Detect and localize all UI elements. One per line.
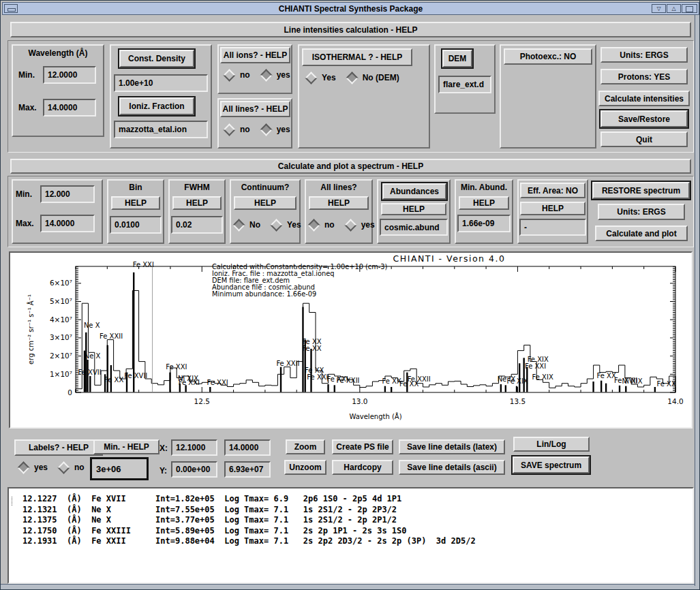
all-ions-yes-label[interactable]: yes <box>277 70 290 80</box>
calculate-intensities-button[interactable]: Calculate intensities <box>598 91 690 106</box>
fwhm-label: FWHM <box>168 183 226 192</box>
min-help-button[interactable]: Min. - HELP <box>93 439 159 454</box>
abundances-help-button[interactable]: HELP <box>381 203 446 215</box>
min-abund-help-button[interactable]: HELP <box>459 196 509 210</box>
x-min-field[interactable]: 12.1000 <box>171 439 217 456</box>
window-raise-button[interactable]: △ <box>667 4 681 13</box>
save-line-details-ascii-button[interactable]: Save line details (ascii) <box>399 460 505 475</box>
svg-text:Fe XXI: Fe XXI <box>307 373 328 381</box>
eff-area-help-button[interactable]: HELP <box>520 202 585 215</box>
density-field[interactable]: 1.00e+10 <box>114 74 208 92</box>
unzoom-button[interactable]: Unzoom <box>284 460 326 475</box>
save-line-details-latex-button[interactable]: Save line details (latex) <box>399 439 505 454</box>
ioniz-fraction-button[interactable]: Ioniz. Fraction <box>119 97 194 115</box>
window-maximize-button[interactable] <box>682 4 697 13</box>
spectrum-chart[interactable]: 01×10⁷2×10⁷3×10⁷4×10⁷5×10⁷6×10⁷12.513.01… <box>10 253 691 427</box>
plot-all-lines-yes-radio[interactable] <box>344 219 356 231</box>
y-min-field[interactable]: 0.00e+00 <box>171 461 217 478</box>
titlebar[interactable]: CHIANTI Spectral Synthesis Package ▽ △ <box>2 2 699 15</box>
labels-help-button[interactable]: Labels? - HELP <box>14 439 103 456</box>
plot-all-lines-help-button[interactable]: HELP <box>309 196 369 210</box>
all-lines-yes-label[interactable]: yes <box>277 125 290 134</box>
x-max-field[interactable]: 14.0000 <box>224 439 271 456</box>
abundances-field[interactable]: cosmic.abund <box>380 219 448 236</box>
section1-header[interactable]: Line intensities calculation - HELP <box>10 22 691 37</box>
svg-text:Wavelength (Å): Wavelength (Å) <box>349 412 401 420</box>
plot-all-lines-yes-label[interactable]: yes <box>361 220 375 230</box>
fwhm-field[interactable]: 0.02 <box>171 216 223 234</box>
all-lines-yes-radio[interactable] <box>260 123 272 136</box>
save-restore-button[interactable]: Save/Restore <box>600 110 688 127</box>
y-max-field[interactable]: 6.93e+07 <box>224 461 271 478</box>
all-lines-help-button[interactable]: All lines? - HELP <box>220 101 290 117</box>
range-min-field[interactable]: 12.000 <box>40 185 95 203</box>
text-cursor <box>12 497 12 506</box>
create-ps-file-button[interactable]: Create PS file <box>332 439 393 454</box>
all-lines-no-label[interactable]: no <box>240 125 250 134</box>
svg-text:2×10⁷: 2×10⁷ <box>50 352 72 360</box>
dem-button[interactable]: DEM <box>442 50 472 67</box>
window-frame-bottom[interactable] <box>1 584 700 589</box>
fwhm-help-button[interactable]: HELP <box>172 196 222 210</box>
protons-button[interactable]: Protons: YES <box>600 69 688 84</box>
continuum-no-radio[interactable] <box>232 219 245 231</box>
isothermal-nodem-label[interactable]: No (DEM) <box>363 73 399 82</box>
all-ions-yes-radio[interactable] <box>260 69 272 81</box>
min-intensity-field[interactable]: 3e+06 <box>90 457 149 480</box>
wavelength-max-field[interactable]: 14.0000 <box>43 99 96 117</box>
const-density-button[interactable]: Const. Density <box>119 50 194 67</box>
line-details-list[interactable]: 12.1227 (Å) Fe XVII Int=1.82e+05 Log Tma… <box>7 487 694 584</box>
isothermal-radios: Yes No (DEM) <box>305 73 405 82</box>
section2-header[interactable]: Calculate and plot a spectrum - HELP <box>10 159 691 174</box>
wavelength-title: Wavelength (Å) <box>12 48 104 58</box>
labels-yes-radio[interactable] <box>17 461 29 473</box>
all-ions-help-button[interactable]: All ions? - HELP <box>220 47 290 63</box>
spectrum-plot[interactable]: 01×10⁷2×10⁷3×10⁷4×10⁷5×10⁷6×10⁷12.513.01… <box>9 251 693 429</box>
eff-area-field[interactable]: - <box>519 219 586 236</box>
abundances-button[interactable]: Abundances <box>382 183 446 200</box>
all-ions-no-radio[interactable] <box>223 69 235 81</box>
window-frame-right[interactable] <box>695 15 699 586</box>
labels-no-radio[interactable] <box>57 461 70 473</box>
range-max-field[interactable]: 14.0000 <box>40 215 95 232</box>
units-button[interactable]: Units: ERGS <box>600 47 688 63</box>
restore-spectrum-button[interactable]: RESTORE spectrum <box>592 182 690 199</box>
isothermal-help-button[interactable]: ISOTHERMAL ? - HELP <box>302 48 412 66</box>
lin-log-button[interactable]: Lin/Log <box>513 437 590 452</box>
plot-all-lines-no-radio[interactable] <box>307 219 320 231</box>
bin-field[interactable]: 0.0100 <box>110 216 162 234</box>
calculate-and-plot-button[interactable]: Calculate and plot <box>595 226 688 241</box>
isothermal-yes-label[interactable]: Yes <box>322 73 336 82</box>
continuum-no-label[interactable]: No <box>249 220 260 230</box>
photoexc-button[interactable]: Photoexc.: NO <box>504 48 592 65</box>
labels-yes-label[interactable]: yes <box>34 463 48 472</box>
dem-field[interactable]: flare_ext.d <box>438 76 491 93</box>
isothermal-nodem-radio[interactable] <box>346 72 358 84</box>
all-ions-no-label[interactable]: no <box>240 70 250 80</box>
svg-text:12.5: 12.5 <box>194 397 210 405</box>
bin-help-button[interactable]: HELP <box>111 196 160 210</box>
hardcopy-button[interactable]: Hardcopy <box>332 460 393 475</box>
svg-text:13.5: 13.5 <box>510 397 526 405</box>
continuum-yes-radio[interactable] <box>270 219 282 231</box>
quit-button[interactable]: Quit <box>600 131 688 147</box>
plot-all-lines-no-label[interactable]: no <box>324 220 335 230</box>
isothermal-yes-radio[interactable] <box>305 72 317 84</box>
zoom-button[interactable]: Zoom <box>286 439 325 454</box>
ioniz-fraction-field[interactable]: mazzotta_etal.ion <box>114 121 208 138</box>
min-abund-field[interactable]: 1.66e-09 <box>457 215 511 232</box>
svg-text:Fe XXI: Fe XXI <box>207 379 228 386</box>
eff-area-button[interactable]: Eff. Area: NO <box>520 183 585 198</box>
list-item: 12.1321 (Å) Ne X Int=7.55e+05 Log Tmax= … <box>22 505 693 516</box>
all-lines-no-radio[interactable] <box>223 123 235 136</box>
wavelength-min-field[interactable]: 12.0000 <box>43 66 96 84</box>
continuum-help-button[interactable]: HELP <box>234 196 296 210</box>
continuum-yes-label[interactable]: Yes <box>287 220 301 230</box>
svg-text:CHIANTI - Version 4.0: CHIANTI - Version 4.0 <box>393 253 506 264</box>
labels-no-label[interactable]: no <box>74 463 85 472</box>
window-shade-button[interactable]: ▽ <box>652 4 666 13</box>
wavelength-panel <box>12 44 104 137</box>
svg-text:Ne X: Ne X <box>84 322 100 329</box>
plot-units-button[interactable]: Units: ERGS <box>598 204 685 220</box>
save-spectrum-button[interactable]: SAVE spectrum <box>513 456 590 473</box>
